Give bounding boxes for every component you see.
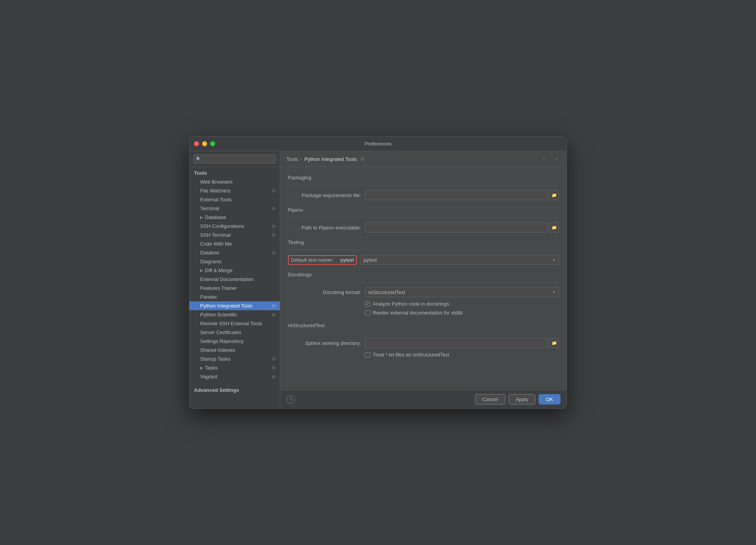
analyze-python-checkbox-item[interactable]: Analyze Python code in docstrings	[365, 301, 449, 307]
analyze-python-label: Analyze Python code in docstrings	[373, 301, 449, 307]
sidebar-item-vagrant[interactable]: Vagrant⊟	[189, 372, 280, 381]
render-external-docs-checkbox-item[interactable]: Render external documentation for stdlib	[365, 310, 463, 316]
package-requirements-row: Package requirements file: 📁	[288, 190, 559, 200]
packaging-title: Packaging	[288, 175, 559, 181]
sidebar-item-remote-ssh-external-tools[interactable]: Remote SSH External Tools	[189, 319, 280, 328]
help-button[interactable]: ?	[286, 395, 295, 404]
test-runner-row: Default test runner: pytest Unittests py…	[288, 255, 559, 265]
pipenv-section: Pipenv Path to Pipenv executable: 📁	[288, 207, 559, 232]
sidebar-item-server-certificates[interactable]: Server Certificates	[189, 328, 280, 337]
testing-section: Testing Default test runner: pytest Unit…	[288, 239, 559, 265]
panel-footer: ? Cancel Apply OK	[280, 390, 567, 408]
sidebar-item-python-scientific[interactable]: Python Scientific⊟	[189, 310, 280, 319]
pipenv-path-input[interactable]	[365, 222, 548, 232]
sidebar-item-ssh-configurations[interactable]: SSH Configurations⊟	[189, 222, 280, 231]
main-content: 🔍 Tools Web Browsers File Watchers⊟ Exte…	[189, 151, 567, 408]
packaging-divider	[288, 185, 559, 186]
sidebar-item-terminal[interactable]: Terminal⊟	[189, 204, 280, 213]
docstrings-divider	[288, 282, 559, 283]
test-runner-label: Default test runner:	[291, 257, 338, 263]
render-external-docs-label: Render external documentation for stdlib	[373, 310, 463, 316]
sidebar-item-python-integrated-tools[interactable]: Python Integrated Tools⊟	[189, 301, 280, 310]
sidebar-item-pandoc[interactable]: Pandoc	[189, 293, 280, 301]
docstring-format-select[interactable]: Plain Epytext reStructuredText NumPy Goo…	[365, 287, 559, 297]
package-requirements-browse-btn[interactable]: 📁	[550, 190, 559, 200]
test-runner-dropdown-container: Unittests pytest Nose Twisted Trial ▼	[360, 255, 559, 265]
ssh-config-badge: ⊟	[272, 224, 275, 228]
ssh-terminal-badge: ⊟	[272, 233, 275, 237]
restructuredtext-divider	[288, 333, 559, 333]
sphinx-dir-input[interactable]	[365, 338, 548, 348]
cancel-button[interactable]: Cancel	[475, 394, 505, 405]
sidebar: 🔍 Tools Web Browsers File Watchers⊟ Exte…	[189, 151, 280, 408]
pipenv-browse-btn[interactable]: 📁	[550, 222, 559, 232]
pipenv-path-row: Path to Pipenv executable: 📁	[288, 222, 559, 232]
sidebar-item-database[interactable]: ▶Database	[189, 213, 280, 222]
sidebar-item-shared-indexes[interactable]: Shared Indexes	[189, 346, 280, 354]
sphinx-dir-row: Sphinx working directory: 📁	[288, 338, 559, 348]
startup-tasks-badge: ⊟	[272, 357, 275, 361]
sidebar-item-external-tools[interactable]: External Tools	[189, 195, 280, 204]
restructuredtext-section: reStructuredText Sphinx working director…	[288, 323, 559, 358]
docstring-format-label: Docstring format:	[288, 289, 365, 295]
sidebar-item-datalore[interactable]: Datalore⊟	[189, 248, 280, 257]
panel-header: Tools › Python Integrated Tools ⊟ ← →	[280, 151, 567, 167]
sidebar-item-startup-tasks[interactable]: Startup Tasks⊟	[189, 354, 280, 363]
pipenv-title: Pipenv	[288, 207, 559, 213]
sidebar-item-tasks[interactable]: ▶Tasks⊟	[189, 363, 280, 372]
packaging-section: Packaging Package requirements file: 📁	[288, 175, 559, 200]
restructuredtext-title: reStructuredText	[288, 323, 559, 328]
testing-title: Testing	[288, 239, 559, 245]
sidebar-item-diff-merge[interactable]: ▶Diff & Merge	[189, 266, 280, 275]
search-box: 🔍	[189, 151, 280, 167]
render-external-docs-checkbox[interactable]	[365, 310, 370, 316]
render-external-docs-checkbox-row: Render external documentation for stdlib	[288, 310, 559, 316]
analyze-python-checkbox[interactable]	[365, 301, 370, 307]
sidebar-item-settings-repository[interactable]: Settings Repository	[189, 337, 280, 346]
test-runner-select[interactable]: Unittests pytest Nose Twisted Trial	[360, 255, 559, 265]
package-requirements-input[interactable]	[365, 190, 548, 200]
treat-txt-checkbox[interactable]	[365, 352, 370, 358]
breadcrumb-current: Python Integrated Tools	[304, 156, 357, 162]
treat-txt-label: Treat *.txt files as reStructuredText	[373, 352, 449, 358]
settings-icon: ⊟	[361, 156, 365, 162]
close-button[interactable]	[194, 141, 199, 146]
treat-txt-checkbox-item[interactable]: Treat *.txt files as reStructuredText	[365, 352, 449, 358]
sidebar-item-file-watchers[interactable]: File Watchers⊟	[189, 186, 280, 195]
package-requirements-label: Package requirements file:	[288, 192, 365, 198]
terminal-badge: ⊟	[272, 206, 275, 211]
sidebar-item-code-with-me[interactable]: Code With Me	[189, 239, 280, 248]
docstrings-section: Docstrings Docstring format: Plain Epyte…	[288, 272, 559, 316]
search-wrapper: 🔍	[193, 154, 276, 164]
python-scientific-badge: ⊟	[272, 313, 275, 317]
sphinx-dir-input-wrapper: 📁	[365, 338, 559, 348]
sidebar-item-diagrams[interactable]: Diagrams	[189, 257, 280, 266]
apply-button[interactable]: Apply	[508, 394, 536, 405]
titlebar: Preferences	[189, 137, 567, 151]
panel-nav: ← →	[540, 155, 560, 163]
sphinx-dir-browse-btn[interactable]: 📁	[550, 338, 559, 348]
sidebar-item-features-trainer[interactable]: Features Trainer	[189, 284, 280, 293]
nav-back-button[interactable]: ←	[540, 155, 549, 163]
pipenv-divider	[288, 217, 559, 218]
diff-merge-expand-icon: ▶	[200, 268, 203, 272]
search-input[interactable]	[193, 154, 276, 164]
maximize-button[interactable]	[210, 141, 215, 146]
sidebar-item-ssh-terminal[interactable]: SSH Terminal⊟	[189, 231, 280, 239]
minimize-button[interactable]	[202, 141, 207, 146]
package-requirements-input-wrapper: 📁	[365, 190, 559, 200]
footer-right: Cancel Apply OK	[475, 394, 560, 405]
file-watchers-badge: ⊟	[272, 189, 275, 193]
nav-forward-button[interactable]: →	[552, 155, 560, 163]
ok-button[interactable]: OK	[539, 394, 560, 405]
vagrant-badge: ⊟	[272, 374, 275, 379]
sidebar-item-external-documentation[interactable]: External Documentation	[189, 275, 280, 284]
breadcrumb-parent: Tools	[286, 156, 298, 162]
analyze-python-checkbox-row: Analyze Python code in docstrings	[288, 301, 559, 307]
sidebar-nav: Tools Web Browsers File Watchers⊟ Extern…	[189, 167, 280, 408]
sidebar-item-web-browsers[interactable]: Web Browsers	[189, 177, 280, 186]
datalore-badge: ⊟	[272, 251, 275, 255]
footer-left: ?	[286, 395, 295, 404]
window-title: Preferences	[365, 141, 391, 147]
sidebar-section-advanced: Advanced Settings	[189, 384, 280, 395]
